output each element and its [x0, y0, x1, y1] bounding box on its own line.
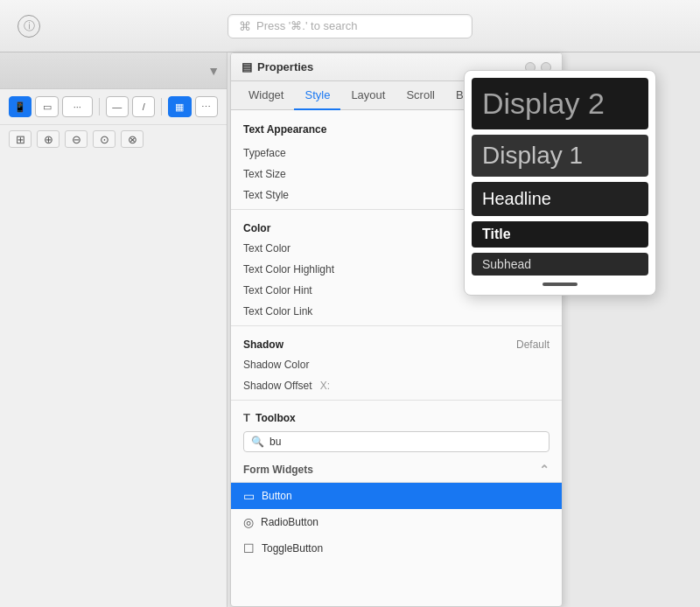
left-panel-header: ▼ — [0, 52, 227, 89]
preview-phone: Display 2 Display 1 Headline Title Subhe… — [464, 70, 656, 296]
zoom-fit-btn[interactable]: ⊞ — [9, 130, 32, 148]
top-bar: ⓘ ⌘ Press '⌘.' to search — [0, 0, 700, 52]
search-placeholder: Press '⌘.' to search — [256, 19, 358, 32]
widget-item-button[interactable]: ▭ Button — [231, 483, 562, 509]
toolbar-separator-2 — [161, 98, 162, 115]
panel-title-icon: ▤ — [242, 60, 252, 73]
toolbar-separator-1 — [99, 98, 100, 115]
preview-title: Title — [472, 221, 648, 248]
zoom-reset-btn[interactable]: ⊙ — [93, 130, 116, 148]
toolbox-search-input[interactable] — [270, 436, 542, 448]
toolbar-btn-grid[interactable]: ▦ — [168, 96, 191, 117]
toolbar-btn-rect[interactable]: ▭ — [35, 96, 58, 117]
color-label: Color — [243, 222, 270, 234]
tab-widget[interactable]: Widget — [238, 81, 294, 110]
info-icon[interactable]: ⓘ — [18, 15, 40, 38]
zoom-in-btn[interactable]: ⊕ — [37, 130, 60, 148]
toolbar-btn-more[interactable]: ··· — [62, 96, 93, 117]
left-panel: ▼ 📱 ▭ ··· — / ▦ ⋯ ⊞ ⊕ ⊖ ⊙ ⊗ — [0, 52, 228, 607]
shadow-offset-x: X: — [320, 380, 330, 392]
widget-button-label: Button — [262, 490, 292, 502]
phone-scrollbar — [542, 283, 578, 286]
toolbar-btn-line[interactable]: — — [106, 96, 129, 117]
shadow-label: Shadow — [243, 338, 284, 351]
collapse-icon[interactable]: ▼ — [207, 64, 220, 78]
tab-layout[interactable]: Layout — [340, 81, 396, 110]
form-widgets-label: Form Widgets — [243, 464, 313, 476]
toggle-icon: ☐ — [243, 541, 255, 555]
widget-radio-label: RadioButton — [261, 516, 318, 528]
zoom-custom-btn[interactable]: ⊗ — [121, 130, 144, 148]
widget-item-radio[interactable]: ◎ RadioButton — [231, 509, 562, 535]
preview-headline: Headline — [472, 182, 648, 216]
toolbar-btn-phone[interactable]: 📱 — [9, 96, 32, 117]
zoom-out-btn[interactable]: ⊖ — [65, 130, 88, 148]
button-icon: ▭ — [243, 489, 255, 503]
widget-item-toggle[interactable]: ☐ ToggleButton — [231, 535, 562, 562]
preview-display1: Display 1 — [472, 135, 648, 177]
radio-icon: ◎ — [243, 515, 254, 529]
preview-area: Display 2 Display 1 Headline Title Subhe… — [464, 70, 674, 420]
toolbar-btn-slash[interactable]: / — [132, 96, 155, 117]
panel-title: ▤ Properties — [242, 60, 313, 73]
toolbox-label: Toolbox — [256, 412, 296, 424]
preview-display2: Display 2 — [472, 78, 648, 129]
search-icon: ⌘ — [239, 19, 251, 33]
zoom-row: ⊞ ⊕ ⊖ ⊙ ⊗ — [0, 125, 227, 153]
toolbar-btn-dots[interactable]: ⋯ — [195, 96, 218, 117]
text-appearance-label: Text Appearance — [243, 123, 326, 136]
search-bar[interactable]: ⌘ Press '⌘.' to search — [228, 14, 472, 38]
toolbox-icon: T — [243, 411, 250, 424]
form-widgets-collapse-icon[interactable]: ⌃ — [539, 463, 550, 477]
widget-toggle-label: ToggleButton — [262, 542, 323, 555]
panel-title-text: Properties — [257, 60, 313, 73]
form-widgets-header: Form Widgets ⌃ — [231, 457, 562, 483]
tab-style[interactable]: Style — [294, 81, 340, 110]
tab-scroll[interactable]: Scroll — [396, 81, 445, 110]
toolbar-row: 📱 ▭ ··· — / ▦ ⋯ — [0, 89, 227, 125]
toolbox-search[interactable]: 🔍 — [243, 431, 550, 452]
toolbox-search-icon: 🔍 — [251, 436, 264, 448]
preview-subhead: Subhead — [472, 253, 648, 276]
